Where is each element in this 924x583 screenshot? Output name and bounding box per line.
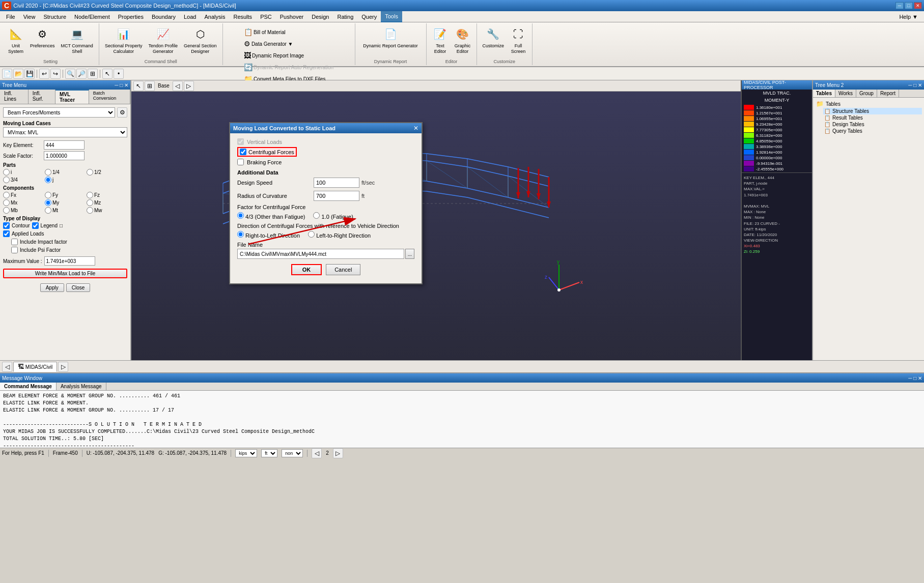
data-generator-btn[interactable]: ⚙ Data Generator ▼	[241, 38, 336, 49]
factor-4-3-radio[interactable]	[237, 212, 244, 219]
tree-tab-group[interactable]: Group	[856, 90, 877, 97]
tree-tab-report[interactable]: Report	[877, 90, 899, 97]
msg-tab-command[interactable]: Command Message	[0, 383, 57, 390]
comp-fz[interactable]: Fz	[87, 192, 127, 198]
vertical-loads-checkbox[interactable]	[237, 138, 244, 145]
tree-result-tables[interactable]: 📋 Result Tables	[823, 114, 922, 121]
mct-command-btn[interactable]: 💻 MCT CommandShell	[59, 24, 96, 56]
dialog-close-btn[interactable]: ✕	[413, 125, 418, 132]
toolbar-new[interactable]: 📄	[2, 69, 12, 79]
part-1-4[interactable]: 1/4	[45, 169, 86, 176]
full-screen-btn[interactable]: ⛶ FullScreen	[508, 24, 529, 56]
menu-boundary[interactable]: Boundary	[148, 11, 180, 22]
customize-btn[interactable]: 🔧 Customize	[480, 24, 507, 50]
legend-checkbox[interactable]	[32, 222, 39, 229]
nav-next[interactable]: ▷	[58, 362, 68, 372]
toolbar-zoom-out[interactable]: 🔎	[76, 69, 87, 79]
direction-ltr-radio[interactable]	[308, 231, 315, 238]
comp-fy[interactable]: Fy	[45, 192, 86, 198]
toolbar-select[interactable]: ↖	[102, 69, 113, 79]
factor-1-0[interactable]: 1.0 (Fatigue)	[313, 212, 353, 220]
minimize-btn[interactable]: ─	[895, 2, 904, 9]
psi-checkbox[interactable]	[11, 247, 18, 253]
menu-structure[interactable]: Structure	[39, 11, 70, 22]
comp-mw[interactable]: Mw	[87, 207, 127, 214]
report-image-btn[interactable]: 🖼 Dynamic Report Image	[241, 50, 336, 61]
toolbar-fit[interactable]: ⊞	[88, 69, 98, 79]
tree-design-tables[interactable]: 📋 Design Tables	[823, 121, 922, 128]
part-3-4[interactable]: 3/4	[3, 177, 44, 183]
max-value-input[interactable]	[44, 256, 95, 266]
menu-rating[interactable]: Rating	[333, 11, 357, 22]
factor-4-3[interactable]: 4/3 (Other than Fatigue)	[237, 212, 305, 220]
unit-dropdown-3[interactable]: non	[282, 449, 303, 457]
status-prev-btn[interactable]: ◁	[312, 448, 322, 458]
status-next-btn[interactable]: ▷	[333, 448, 343, 458]
toolbar-zoom-in[interactable]: 🔍	[65, 69, 75, 79]
beam-forces-dropdown[interactable]: Beam Forces/Moments	[3, 107, 115, 118]
write-minmax-btn[interactable]: Write Min/Max Load to File	[3, 269, 127, 278]
contour-checkbox[interactable]	[3, 222, 10, 229]
menu-query[interactable]: Query	[357, 11, 381, 22]
centrifugal-forces-checkbox[interactable]	[240, 149, 246, 155]
tab-batch-conversion[interactable]: Batch Conversion	[89, 90, 130, 104]
direction-rtl-radio[interactable]	[237, 231, 244, 238]
canvas-btn-4[interactable]: ▷	[184, 81, 194, 91]
file-name-input[interactable]	[237, 249, 404, 259]
general-section-btn[interactable]: ⬡ General SectionDesigner	[181, 24, 219, 56]
mvl-dropdown[interactable]: MVmax: MVL	[3, 127, 127, 137]
toolbar-redo[interactable]: ↪	[50, 69, 61, 79]
tree-tab-works[interactable]: Works	[835, 90, 856, 97]
key-element-input[interactable]	[44, 140, 85, 150]
applied-loads-checkbox[interactable]	[3, 230, 10, 237]
tree-tables-root[interactable]: 📁 Tables	[815, 100, 922, 108]
tab-mvl-tracer[interactable]: MVL Tracer	[55, 90, 89, 104]
canvas-btn-1[interactable]: ↖	[133, 81, 144, 91]
close-btn[interactable]: ✕	[914, 2, 922, 9]
unit-dropdown-1[interactable]: kips	[235, 449, 257, 457]
tab-infl-lines[interactable]: Infl. Lines	[0, 90, 29, 104]
impact-checkbox[interactable]	[11, 239, 18, 245]
toolbar-open[interactable]: 📂	[13, 69, 23, 79]
menu-design[interactable]: Design	[307, 11, 333, 22]
restore-btn[interactable]: □	[905, 2, 913, 9]
menu-results[interactable]: Results	[229, 11, 256, 22]
factor-1-0-radio[interactable]	[313, 212, 320, 219]
part-j[interactable]: j	[45, 177, 86, 183]
braking-force-checkbox[interactable]	[237, 159, 244, 165]
sectional-property-btn[interactable]: 📊 Sectional PropertyCalculator	[102, 24, 145, 56]
unit-dropdown-2[interactable]: ft	[261, 449, 277, 457]
menu-file[interactable]: File	[2, 11, 19, 22]
dynamic-report-gen-btn[interactable]: 📄 Dynamic Report Generator	[360, 24, 421, 50]
comp-mb[interactable]: Mb	[3, 207, 44, 214]
toolbar-node[interactable]: •	[114, 69, 124, 79]
menu-view[interactable]: View	[19, 11, 40, 22]
preferences-btn[interactable]: ⚙ Preferences	[27, 24, 58, 50]
toolbar-save[interactable]: 💾	[24, 69, 35, 79]
direction-ltr[interactable]: Left-to-Right Direction	[308, 231, 371, 239]
tree-tab-tables[interactable]: Tables	[813, 90, 835, 97]
auto-regen-btn[interactable]: 🔄 Dynamic Report Auto Regeneration	[241, 62, 336, 73]
file-browse-btn[interactable]: ...	[405, 249, 414, 259]
menu-analysis[interactable]: Analysis	[200, 11, 229, 22]
design-speed-input[interactable]	[314, 178, 359, 188]
direction-rtl[interactable]: Right-to-Left Direction	[237, 231, 300, 239]
msg-tab-analysis[interactable]: Analysis Message	[57, 383, 106, 390]
tendon-profile-btn[interactable]: 📈 Tendon ProfileGenerator	[146, 24, 180, 56]
part-1-2[interactable]: 1/2	[87, 169, 127, 176]
radius-input[interactable]	[314, 191, 359, 201]
close-panel-btn[interactable]: Close	[66, 283, 91, 292]
tab-infl-surf[interactable]: Infl. Surf.	[29, 90, 55, 104]
nav-prev[interactable]: ◁	[2, 362, 12, 372]
menu-tools[interactable]: Tools	[381, 11, 402, 22]
dialog-cancel-btn[interactable]: Cancel	[326, 264, 360, 275]
dialog-ok-btn[interactable]: OK	[291, 264, 322, 275]
canvas-tab-midas[interactable]: 🏗 MIDAS/Civil	[13, 362, 57, 372]
menu-properties[interactable]: Properties	[114, 11, 148, 22]
menu-psc[interactable]: PSC	[256, 11, 276, 22]
comp-mz[interactable]: Mz	[87, 199, 127, 206]
part-i[interactable]: i	[3, 169, 44, 176]
canvas-btn-3[interactable]: ◁	[173, 81, 183, 91]
comp-my[interactable]: My	[45, 199, 86, 206]
apply-btn[interactable]: Apply	[40, 283, 64, 292]
